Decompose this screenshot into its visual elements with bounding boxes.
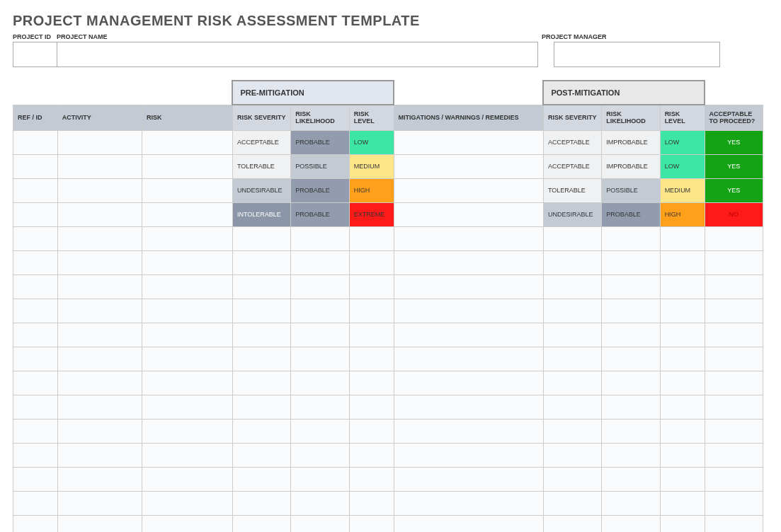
- cell-empty[interactable]: [57, 515, 142, 532]
- cell-empty[interactable]: [57, 467, 142, 491]
- cell-activity[interactable]: [57, 178, 142, 202]
- cell-empty[interactable]: [394, 274, 543, 299]
- cell-empty[interactable]: [602, 299, 660, 323]
- cell-empty[interactable]: [602, 419, 660, 443]
- project-name-input[interactable]: [57, 42, 538, 67]
- cell-acceptable[interactable]: NO: [705, 202, 763, 226]
- cell-post-level[interactable]: HIGH: [660, 202, 705, 226]
- cell-empty[interactable]: [13, 419, 58, 443]
- cell-empty[interactable]: [291, 250, 349, 274]
- cell-empty[interactable]: [13, 323, 58, 347]
- cell-empty[interactable]: [291, 419, 349, 443]
- cell-empty[interactable]: [349, 443, 394, 467]
- cell-empty[interactable]: [705, 299, 763, 323]
- cell-empty[interactable]: [349, 274, 394, 299]
- cell-empty[interactable]: [232, 515, 290, 532]
- cell-empty[interactable]: [232, 347, 290, 371]
- cell-empty[interactable]: [543, 491, 601, 515]
- cell-empty[interactable]: [291, 323, 349, 347]
- cell-empty[interactable]: [394, 347, 543, 371]
- cell-empty[interactable]: [394, 371, 543, 395]
- cell-activity[interactable]: [57, 202, 142, 226]
- cell-empty[interactable]: [543, 443, 601, 467]
- cell-empty[interactable]: [57, 371, 142, 395]
- cell-empty[interactable]: [660, 274, 705, 299]
- cell-empty[interactable]: [602, 371, 660, 395]
- cell-empty[interactable]: [349, 419, 394, 443]
- cell-post-severity[interactable]: ACCEPTABLE: [543, 130, 601, 154]
- cell-empty[interactable]: [705, 419, 763, 443]
- cell-empty[interactable]: [394, 515, 543, 532]
- cell-empty[interactable]: [142, 443, 233, 467]
- cell-empty[interactable]: [602, 491, 660, 515]
- cell-ref[interactable]: [13, 202, 58, 226]
- cell-empty[interactable]: [57, 299, 142, 323]
- cell-pre-level[interactable]: EXTREME: [349, 202, 394, 226]
- cell-empty[interactable]: [13, 299, 58, 323]
- cell-mitigations[interactable]: [394, 130, 543, 154]
- cell-pre-likelihood[interactable]: PROBABLE: [291, 130, 349, 154]
- cell-empty[interactable]: [543, 274, 601, 299]
- cell-empty[interactable]: [349, 467, 394, 491]
- cell-empty[interactable]: [13, 274, 58, 299]
- cell-empty[interactable]: [660, 395, 705, 419]
- cell-empty[interactable]: [349, 323, 394, 347]
- cell-empty[interactable]: [705, 323, 763, 347]
- cell-empty[interactable]: [13, 395, 58, 419]
- cell-empty[interactable]: [13, 347, 58, 371]
- cell-mitigations[interactable]: [394, 178, 543, 202]
- cell-empty[interactable]: [13, 467, 58, 491]
- cell-empty[interactable]: [349, 250, 394, 274]
- cell-ref[interactable]: [13, 130, 58, 154]
- cell-empty[interactable]: [394, 491, 543, 515]
- cell-empty[interactable]: [705, 395, 763, 419]
- cell-pre-likelihood[interactable]: POSSIBLE: [291, 154, 349, 178]
- cell-empty[interactable]: [602, 443, 660, 467]
- cell-post-severity[interactable]: TOLERABLE: [543, 178, 601, 202]
- cell-empty[interactable]: [543, 250, 601, 274]
- cell-acceptable[interactable]: YES: [705, 178, 763, 202]
- cell-empty[interactable]: [57, 274, 142, 299]
- cell-pre-likelihood[interactable]: PROBABLE: [291, 178, 349, 202]
- cell-empty[interactable]: [349, 515, 394, 532]
- cell-pre-level[interactable]: HIGH: [349, 178, 394, 202]
- cell-empty[interactable]: [291, 395, 349, 419]
- cell-mitigations[interactable]: [394, 202, 543, 226]
- cell-empty[interactable]: [660, 371, 705, 395]
- cell-empty[interactable]: [142, 323, 233, 347]
- cell-empty[interactable]: [660, 467, 705, 491]
- cell-activity[interactable]: [57, 130, 142, 154]
- cell-empty[interactable]: [142, 419, 233, 443]
- cell-empty[interactable]: [291, 371, 349, 395]
- cell-empty[interactable]: [394, 419, 543, 443]
- cell-empty[interactable]: [602, 347, 660, 371]
- cell-empty[interactable]: [660, 419, 705, 443]
- cell-empty[interactable]: [142, 491, 233, 515]
- cell-empty[interactable]: [394, 226, 543, 250]
- cell-post-level[interactable]: LOW: [660, 154, 705, 178]
- cell-post-likelihood[interactable]: IMPROBABLE: [602, 154, 660, 178]
- cell-activity[interactable]: [57, 154, 142, 178]
- cell-empty[interactable]: [142, 226, 233, 250]
- cell-empty[interactable]: [349, 395, 394, 419]
- cell-empty[interactable]: [394, 395, 543, 419]
- cell-empty[interactable]: [543, 371, 601, 395]
- cell-empty[interactable]: [13, 371, 58, 395]
- cell-empty[interactable]: [394, 443, 543, 467]
- cell-acceptable[interactable]: YES: [705, 130, 763, 154]
- cell-empty[interactable]: [57, 443, 142, 467]
- project-id-input[interactable]: [13, 42, 57, 67]
- cell-pre-severity[interactable]: ACCEPTABLE: [232, 130, 290, 154]
- cell-risk[interactable]: [142, 202, 233, 226]
- cell-empty[interactable]: [232, 323, 290, 347]
- cell-empty[interactable]: [602, 274, 660, 299]
- cell-empty[interactable]: [291, 515, 349, 532]
- cell-empty[interactable]: [543, 419, 601, 443]
- cell-empty[interactable]: [291, 467, 349, 491]
- cell-empty[interactable]: [660, 323, 705, 347]
- cell-empty[interactable]: [660, 443, 705, 467]
- cell-empty[interactable]: [13, 250, 58, 274]
- cell-risk[interactable]: [142, 154, 233, 178]
- cell-empty[interactable]: [705, 491, 763, 515]
- cell-empty[interactable]: [705, 515, 763, 532]
